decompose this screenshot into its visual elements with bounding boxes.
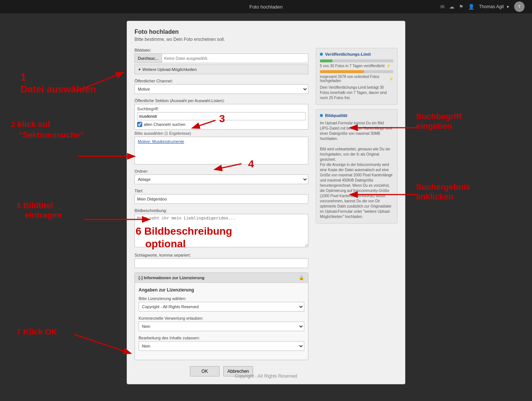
annotation-suchbegriff: Suchbegriffeingeben bbox=[416, 112, 461, 131]
publication-body-text: Dein Veröffentlichungs-Limit beträgt 30 … bbox=[320, 85, 393, 101]
progress-bar-2-outer bbox=[320, 70, 393, 73]
progress-text-1: 5 von 30 Fotos in 7 Tagen veröffentlicht… bbox=[320, 64, 393, 68]
progress-bar-1-inner bbox=[320, 59, 332, 62]
svg-line-13 bbox=[74, 335, 130, 353]
licensing-section: [-] Informationen zur Lizenzierung 🔒 Ang… bbox=[134, 273, 308, 360]
progress-text-2: insgesamt 2678 von unlimited Fotos hochg… bbox=[320, 75, 393, 83]
progress-bar-1-outer bbox=[320, 59, 393, 62]
copyright-footer: Copyright - AII Rights Reserved bbox=[235, 374, 297, 379]
annotation-suchergebnis: Suchergebnisanklicken bbox=[416, 182, 470, 202]
file-group: Bilddatei: Durchsuc... ✦ Weitere Upload-… bbox=[134, 48, 308, 74]
description-textarea[interactable]: Hier seht ihr mein Lieblingsdigeridoo... bbox=[134, 214, 308, 247]
annotation-step5: 5 Bildtitel eintragen bbox=[17, 201, 62, 221]
dialog-subtitle: Bitte bestimme, wo Dein Foto erscheinen … bbox=[134, 37, 398, 42]
lightning-icon-2: ⚡ bbox=[389, 77, 393, 81]
license-label: Bitte Lizenzierung wählen: bbox=[139, 296, 304, 301]
topbar: Foto hochladen ✉ ☁ ⚑ 👤 Thomas Agit ▼ T bbox=[0, 0, 532, 13]
browse-button[interactable]: Durchsuc... bbox=[134, 53, 162, 63]
avatar: T bbox=[514, 1, 525, 12]
commercial-group: Kommerzielle Verwertung erlauben: Nein bbox=[139, 316, 304, 331]
topbar-user[interactable]: Thomas Agit ▼ bbox=[479, 4, 510, 9]
title-group: Titel: bbox=[134, 189, 308, 204]
tags-input[interactable] bbox=[134, 258, 308, 268]
channel-label: Öffentlicher Channel: bbox=[134, 79, 308, 83]
license-select[interactable]: Copyright - All Rights Reserved bbox=[139, 302, 304, 312]
description-group: Bildbeschreibung: Hier seht ihr mein Lie… bbox=[134, 208, 308, 248]
license-group: Bitte Lizenzierung wählen: Copyright - A… bbox=[139, 296, 304, 312]
edit-label: Bearbeitung des Inhalts zulassen: bbox=[139, 336, 304, 340]
file-input-row: Durchsuc... bbox=[134, 53, 308, 63]
description-label: Bildbeschreibung: bbox=[134, 208, 308, 213]
dialog-right: Veröffentlichungs-Limit 5 von 30 Fotos i… bbox=[316, 48, 398, 376]
section-search-input[interactable] bbox=[137, 112, 306, 120]
dialog-left: Bilddatei: Durchsuc... ✦ Weitere Upload-… bbox=[134, 48, 308, 376]
folder-select[interactable]: Ablage bbox=[134, 175, 308, 184]
progress-bar-2-inner bbox=[320, 70, 364, 73]
file-name-input[interactable] bbox=[162, 53, 308, 63]
result-item[interactable]: Motive: Musikinstrumente bbox=[136, 138, 306, 144]
licensing-header[interactable]: [-] Informationen zur Lizenzierung 🔒 bbox=[135, 273, 308, 283]
svg-line-15 bbox=[76, 73, 123, 91]
topbar-title: Foto hochladen bbox=[249, 4, 283, 10]
tags-label: Schlagworte, komma separiert: bbox=[134, 253, 308, 257]
commercial-label: Kommerzielle Verwertung erlauben: bbox=[139, 316, 304, 320]
checkbox-label: allen Channeln suchen bbox=[144, 122, 185, 127]
dot-icon bbox=[320, 53, 323, 56]
section-outer-label: Öffentliche Sektion (Auswahl per Auswahl… bbox=[134, 98, 308, 103]
section-search-group: Öffentliche Sektion (Auswahl per Auswahl… bbox=[134, 98, 308, 164]
flag-icon[interactable]: ⚑ bbox=[459, 4, 464, 10]
results-list: Motive: Musikinstrumente bbox=[134, 137, 308, 164]
tags-group: Schlagworte, komma separiert: bbox=[134, 253, 308, 268]
main-area: Foto hochladen Bitte bestimme, wo Dein F… bbox=[0, 13, 532, 401]
licensing-body: Angaben zur Lizenzierung Bitte Lizenzier… bbox=[135, 283, 308, 360]
title-input[interactable] bbox=[134, 194, 308, 204]
folder-group: Ordner: Ablage bbox=[134, 169, 308, 184]
file-label: Bilddatei: bbox=[134, 48, 308, 52]
channel-group: Öffentlicher Channel: Motive bbox=[134, 79, 308, 94]
licensing-header-text: [-] Informationen zur Lizenzierung bbox=[139, 276, 204, 280]
arrow-step1 bbox=[65, 65, 132, 95]
publication-limit-title: Veröffentlichungs-Limit bbox=[320, 52, 393, 56]
channel-select[interactable]: Motive bbox=[134, 84, 308, 94]
chevron-down-icon: ▼ bbox=[506, 5, 510, 9]
annotation-step1: 1 Datei auswählen bbox=[20, 71, 96, 95]
copyright-text: Copyright - AII Rights Reserved bbox=[235, 374, 297, 379]
image-quality-section: Bildqualität Im Upload-Formular kannst D… bbox=[316, 109, 398, 224]
annotation-step2: 2 klick auf "Sektionssuche" bbox=[11, 119, 84, 140]
cloud-icon[interactable]: ☁ bbox=[449, 4, 454, 10]
folder-label: Ordner: bbox=[134, 169, 308, 173]
upload-dialog: Foto hochladen Bitte bestimme, wo Dein F… bbox=[127, 21, 405, 384]
topbar-icons: ✉ ☁ ⚑ 👤 Thomas Agit ▼ T bbox=[440, 1, 525, 12]
edit-select[interactable]: Nein bbox=[139, 341, 304, 351]
lightning-icon: ⚡ bbox=[386, 64, 390, 68]
results-label: Bitte auswählen (1 Ergebnisse) bbox=[134, 131, 308, 136]
publication-limit-section: Veröffentlichungs-Limit 5 von 30 Fotos i… bbox=[316, 48, 398, 105]
section-search-box: Suchbegriff: allen Channeln suchen bbox=[134, 104, 308, 130]
weitere-upload-button[interactable]: ✦ Weitere Upload-Möglichkeiten bbox=[134, 65, 308, 74]
commercial-select[interactable]: Nein bbox=[139, 322, 304, 331]
mail-icon[interactable]: ✉ bbox=[440, 4, 445, 10]
dialog-title: Foto hochladen bbox=[134, 29, 398, 35]
licensing-title: Angaben zur Lizenzierung bbox=[139, 287, 304, 293]
lock-icon: 🔒 bbox=[299, 275, 304, 280]
image-quality-title: Bildqualität bbox=[320, 113, 393, 118]
dot-icon-2 bbox=[320, 114, 323, 117]
image-quality-body-text: Im Upload-Formular kannst Du ein Bild (J… bbox=[320, 121, 393, 219]
section-search-inner-label: Suchbegriff: bbox=[137, 107, 306, 111]
user-icon[interactable]: 👤 bbox=[468, 4, 474, 10]
all-channels-checkbox[interactable] bbox=[137, 122, 142, 127]
edit-group: Bearbeitung des Inhalts zulassen: Nein bbox=[139, 336, 304, 351]
ok-button[interactable]: OK bbox=[190, 366, 220, 376]
checkbox-row: allen Channeln suchen bbox=[137, 122, 306, 127]
title-label: Titel: bbox=[134, 189, 308, 193]
annotation-step7: 7 Klick OK bbox=[17, 327, 57, 337]
user-name: Thomas Agit bbox=[479, 4, 504, 9]
dialog-body: Bilddatei: Durchsuc... ✦ Weitere Upload-… bbox=[134, 48, 398, 376]
